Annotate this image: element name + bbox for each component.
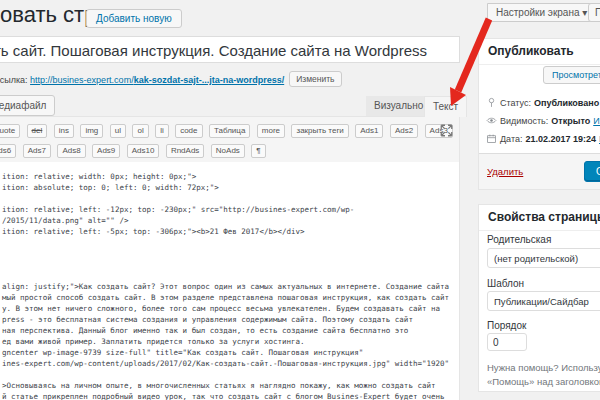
calendar-icon [486, 133, 497, 144]
qt-paragraph-button[interactable]: ¶ [251, 144, 265, 158]
qt-ins-button[interactable]: ins [54, 124, 74, 138]
publish-panel: Опубликовать Просмотреть изменения Стату… [478, 38, 600, 190]
qt-img-button[interactable]: img [80, 124, 103, 138]
tab-visual[interactable]: Визуально [366, 96, 431, 116]
qt-ads6-button[interactable]: Ads6 [0, 144, 16, 158]
tab-text[interactable]: Текст [424, 96, 467, 117]
add-media-button[interactable]: Добавить медиафайл [0, 95, 55, 116]
page-attributes-panel: Свойства страницы Родительская (нет роди… [478, 204, 600, 392]
attributes-help-line1: Нужна помощь? Используйте вкладку [487, 362, 600, 373]
edit-visibility-link[interactable]: Изменить [593, 116, 600, 126]
pin-icon [486, 97, 497, 108]
quicktags-row-2: Ads6 Ads7 Ads8 Ads9 Ads10 RndAds NoAds ¶ [0, 139, 459, 159]
help-button[interactable]: Помощь [588, 3, 600, 22]
qt-ul-button[interactable]: ul [110, 124, 126, 138]
parent-label: Родительская [487, 234, 551, 245]
editor-textarea[interactable]: ition: relative; width: 0px; height: 0px… [2, 171, 459, 400]
post-title-field[interactable]: Как создать сайт. Пошаговая инструкция. … [0, 36, 460, 63]
date-value: 21.02.2017 19:24 [525, 134, 596, 144]
eye-icon [486, 115, 497, 126]
qt-ads1-button[interactable]: Ads1 [355, 124, 383, 138]
qt-ads7-button[interactable]: Ads7 [23, 144, 51, 158]
qt-rndads-button[interactable]: RndAds [166, 144, 204, 158]
preview-changes-button[interactable]: Просмотреть изменения [543, 66, 600, 84]
qt-ads8-button[interactable]: Ads8 [57, 144, 85, 158]
qt-close-tags-button[interactable]: закрыть теги [291, 124, 348, 138]
qt-ads2-button[interactable]: Ads2 [390, 124, 418, 138]
qt-noads-button[interactable]: NoAds [211, 144, 245, 158]
page-attributes-header: Свойства страницы [479, 205, 600, 231]
status-value: Опубликовано [534, 98, 599, 108]
permalink-url-prefix: http://busines-expert.com/ [30, 75, 134, 85]
qt-ol-button[interactable]: ol [132, 124, 148, 138]
qt-del-button[interactable]: del [27, 124, 48, 138]
screen-options-button[interactable]: Настройки экрана ▾ [487, 3, 596, 22]
wordpress-edit-page-screen: Редактировать страницу Добавить новую На… [0, 0, 600, 400]
screen-options-label: Настройки экрана [496, 7, 580, 18]
visibility-label: Видимость: [500, 116, 548, 126]
permalink-link[interactable]: http://busines-expert.com/kak-sozdat-saj… [30, 75, 284, 85]
quicktags-toolbar: b-quote del ins img ul ol li code Таблиц… [0, 117, 459, 162]
qt-bquote-button[interactable]: b-quote [0, 124, 20, 138]
order-input[interactable] [487, 333, 527, 351]
parent-page-select[interactable]: (нет родительской) [487, 248, 600, 268]
date-row: Дата: 21.02.2017 19:24 Изменить [486, 133, 600, 144]
order-label: Порядок [487, 320, 526, 331]
publish-panel-header: Опубликовать [479, 39, 600, 65]
template-label: Шаблон [487, 278, 524, 289]
update-button[interactable]: Обновить [584, 161, 600, 182]
qt-code-button[interactable]: code [175, 124, 202, 138]
permalink-label: Постоянная ссылка: [0, 75, 28, 85]
qt-table-button[interactable]: Таблица [209, 124, 250, 138]
edit-permalink-button[interactable]: Изменить [289, 71, 341, 87]
qt-ads10-button[interactable]: Ads10 [127, 144, 160, 158]
text-editor: b-quote del ins img ul ol li code Таблиц… [0, 116, 460, 400]
visibility-value: Открыто [551, 116, 590, 126]
status-row: Статус: Опубликовано Изменить [486, 97, 600, 108]
qt-li-button[interactable]: li [155, 124, 169, 138]
quicktags-row-1: b-quote del ins img ul ol li code Таблиц… [0, 119, 459, 139]
qt-ads9-button[interactable]: Ads9 [92, 144, 120, 158]
post-title-value: Как создать сайт. Пошаговая инструкция. … [0, 37, 459, 59]
date-label: Дата: [500, 134, 522, 144]
template-select[interactable]: Публикации/Сайдбар [487, 291, 600, 311]
move-to-trash-link[interactable]: Удалить [487, 166, 523, 177]
visibility-row: Видимость: Открыто Изменить [486, 115, 600, 126]
chevron-down-icon: ▾ [582, 7, 587, 18]
status-label: Статус: [500, 98, 531, 108]
fullscreen-icon[interactable] [439, 123, 454, 138]
attributes-help-line2: «Помощь» над заголовком экрана. [487, 376, 600, 387]
add-new-button[interactable]: Добавить новую [86, 9, 182, 28]
permalink-url-slug: kak-sozdat-sajt-...jta-na-wordpress/ [134, 75, 285, 85]
qt-more-button[interactable]: more [257, 124, 285, 138]
permalink-row: Постоянная ссылка: http://busines-expert… [0, 71, 342, 87]
publish-actions-footer: Удалить Обновить [479, 153, 600, 189]
